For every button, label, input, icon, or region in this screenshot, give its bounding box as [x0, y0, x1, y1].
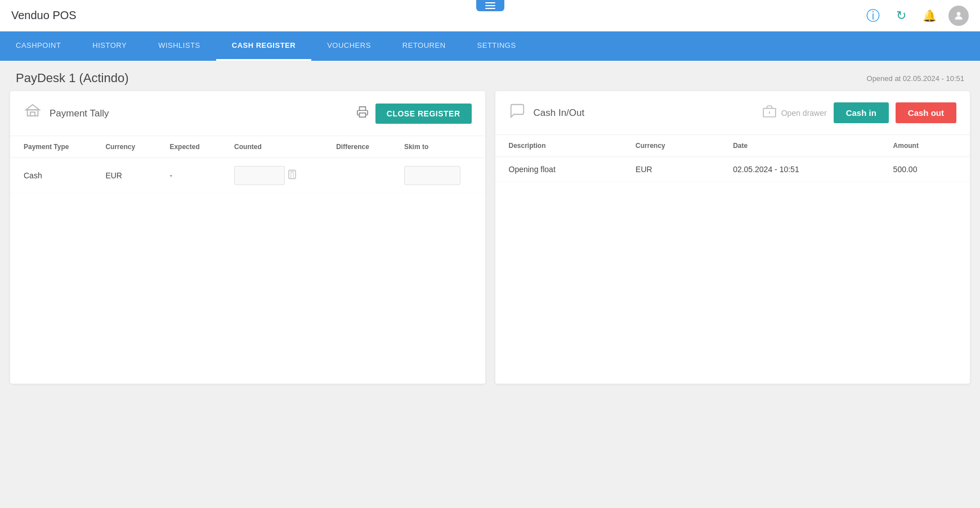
- topbar-icons: ⓘ ↻ 🔔: [864, 6, 969, 26]
- col-skim-to: Skim to: [391, 136, 485, 158]
- cash-out-button[interactable]: Cash out: [896, 102, 956, 123]
- cash-in-out-header: Cash In/Out Open drawer Cash in Cash out: [495, 91, 970, 135]
- nav-history[interactable]: HISTORY: [77, 32, 142, 61]
- table-row: Opening float EUR 02.05.2024 - 10:51 500…: [495, 157, 970, 182]
- col-amount: Amount: [880, 135, 970, 157]
- cell-payment-type: Cash: [10, 158, 92, 194]
- cash-icon: [509, 102, 526, 123]
- close-register-button[interactable]: CLOSE REGISTER: [375, 104, 472, 124]
- nav-vouchers[interactable]: VOUCHERS: [311, 32, 387, 61]
- cash-table: Description Currency Date Amount Opening…: [495, 135, 970, 182]
- bank-icon: [24, 102, 42, 124]
- payment-tally-title: Payment Tally: [50, 108, 109, 119]
- main-content: Payment Tally CLOSE REGISTER Payment Typ…: [0, 91, 980, 394]
- nav-cash-register[interactable]: CASH REGISTER: [216, 32, 311, 61]
- nav-settings[interactable]: SETTINGS: [462, 32, 532, 61]
- svg-rect-4: [289, 170, 296, 179]
- tally-table: Payment Type Currency Expected Counted D…: [10, 136, 485, 194]
- counted-input[interactable]: [234, 166, 285, 185]
- page-opened-at: Opened at 02.05.2024 - 10:51: [867, 74, 964, 83]
- notifications-icon[interactable]: 🔔: [920, 7, 938, 25]
- hamburger-menu[interactable]: [476, 0, 504, 11]
- col-currency: Currency: [622, 135, 719, 157]
- open-drawer-button[interactable]: Open drawer: [762, 104, 827, 122]
- svg-rect-3: [359, 113, 365, 117]
- cell-description: Opening float: [495, 157, 623, 182]
- page-header: PayDesk 1 (Actindo) Opened at 02.05.2024…: [0, 61, 980, 91]
- cash-in-out-header-left: Cash In/Out: [509, 102, 585, 123]
- nav-cashpoint[interactable]: CASHPOINT: [0, 32, 77, 61]
- cell-amount: 500.00: [880, 157, 970, 182]
- help-icon[interactable]: ⓘ: [864, 7, 882, 25]
- svg-rect-2: [30, 112, 35, 116]
- payment-tally-card: Payment Tally CLOSE REGISTER Payment Typ…: [10, 91, 485, 384]
- cell-expected: -: [156, 158, 221, 194]
- cell-difference: [323, 158, 391, 194]
- skim-to-input[interactable]: [404, 166, 460, 185]
- table-row: Cash EUR -: [10, 158, 485, 194]
- user-avatar[interactable]: [948, 6, 969, 26]
- col-difference: Difference: [323, 136, 391, 158]
- payment-tally-header-left: Payment Tally: [24, 102, 109, 124]
- payment-tally-header-right: CLOSE REGISTER: [356, 104, 472, 124]
- col-counted: Counted: [221, 136, 323, 158]
- page-title: PayDesk 1 (Actindo): [16, 71, 129, 86]
- print-button[interactable]: [356, 106, 369, 121]
- svg-point-0: [957, 12, 961, 16]
- nav-retouren[interactable]: RETOUREN: [387, 32, 462, 61]
- col-description: Description: [495, 135, 623, 157]
- col-expected: Expected: [156, 136, 221, 158]
- cell-date: 02.05.2024 - 10:51: [719, 157, 879, 182]
- open-drawer-label: Open drawer: [781, 109, 827, 118]
- cash-in-out-header-right: Open drawer Cash in Cash out: [762, 102, 956, 123]
- col-currency: Currency: [92, 136, 156, 158]
- app-title: Venduo POS: [11, 9, 77, 22]
- cash-in-out-title: Cash In/Out: [534, 107, 585, 119]
- drawer-icon: [762, 104, 777, 122]
- main-nav: CASHPOINT HISTORY WISHLISTS CASH REGISTE…: [0, 32, 980, 61]
- cell-counted: [221, 158, 323, 194]
- cell-currency: EUR: [622, 157, 719, 182]
- payment-tally-header: Payment Tally CLOSE REGISTER: [10, 91, 485, 136]
- refresh-icon[interactable]: ↻: [892, 7, 910, 25]
- col-date: Date: [719, 135, 879, 157]
- cell-currency: EUR: [92, 158, 156, 194]
- cash-in-button[interactable]: Cash in: [834, 102, 889, 123]
- calculator-icon[interactable]: [287, 169, 297, 182]
- cell-skim-to: [391, 158, 485, 194]
- col-payment-type: Payment Type: [10, 136, 92, 158]
- cash-in-out-card: Cash In/Out Open drawer Cash in Cash out: [495, 91, 970, 384]
- nav-wishlists[interactable]: WISHLISTS: [142, 32, 216, 61]
